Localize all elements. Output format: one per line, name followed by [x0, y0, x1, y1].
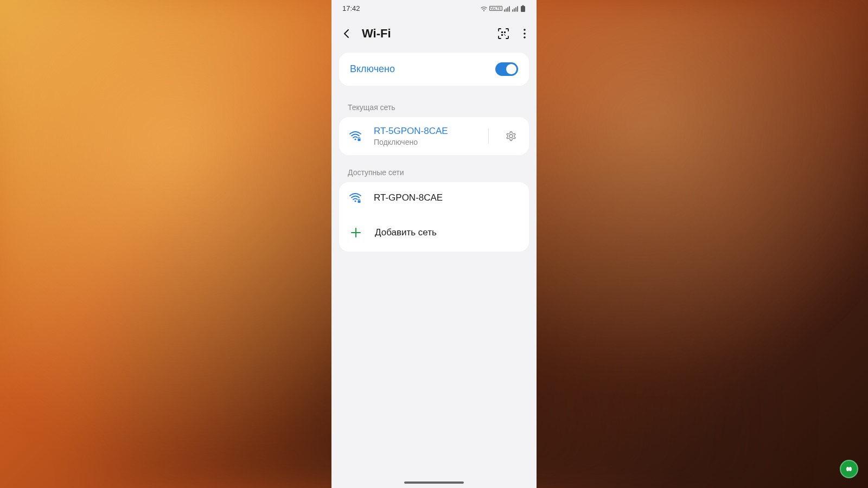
svg-rect-3 — [501, 31, 503, 33]
page-title: Wi-Fi — [362, 27, 489, 41]
wifi-toggle-label: Включено — [350, 63, 395, 75]
back-button[interactable] — [340, 27, 353, 40]
signal-icon — [504, 5, 510, 12]
battery-icon — [520, 5, 526, 12]
more-vertical-icon — [524, 29, 526, 38]
wifi-toggle-switch[interactable] — [495, 62, 518, 76]
available-network-row[interactable]: RT-GPON-8CAE — [339, 182, 529, 214]
current-network-info: RT-5GPON-8CAE Подключено — [374, 126, 477, 146]
current-network-row[interactable]: RT-5GPON-8CAE Подключено — [339, 117, 529, 155]
available-networks-section-label: Доступные сети — [331, 155, 537, 182]
qr-scan-button[interactable] — [497, 28, 509, 40]
svg-point-9 — [524, 33, 526, 35]
svg-rect-2 — [522, 5, 524, 6]
page-header: Wi-Fi — [331, 15, 537, 53]
svg-point-10 — [524, 36, 526, 38]
svg-point-8 — [524, 29, 526, 31]
available-network-info: RT-GPON-8CAE — [374, 192, 519, 203]
nav-indicator[interactable] — [404, 481, 464, 484]
add-network-label: Добавить сеть — [375, 227, 437, 238]
current-network-status: Подключено — [374, 138, 477, 146]
gear-icon — [505, 130, 517, 142]
signal-icon-2 — [512, 5, 519, 12]
svg-rect-5 — [501, 34, 503, 36]
svg-rect-1 — [521, 6, 525, 12]
svg-rect-4 — [504, 31, 506, 33]
plus-icon — [349, 226, 363, 240]
svg-rect-13 — [358, 139, 361, 141]
more-menu-button[interactable] — [524, 29, 526, 38]
available-networks-card: RT-GPON-8CAE Добавить сеть — [339, 182, 529, 252]
svg-point-0 — [483, 10, 484, 11]
svg-rect-7 — [505, 35, 506, 36]
status-bar: 17:42 VoLTE — [331, 0, 537, 15]
current-network-name: RT-5GPON-8CAE — [374, 126, 477, 137]
current-network-card: RT-5GPON-8CAE Подключено — [339, 117, 529, 155]
header-actions — [497, 28, 526, 40]
phone-screen: 17:42 VoLTE Wi-Fi Включено — [331, 0, 537, 488]
svg-rect-6 — [504, 34, 505, 35]
network-settings-button[interactable] — [503, 128, 519, 144]
svg-point-11 — [354, 138, 356, 140]
chevron-left-icon — [341, 28, 352, 39]
status-icons: VoLTE — [480, 5, 526, 12]
wifi-secure-icon — [349, 129, 363, 143]
wifi-status-icon — [480, 5, 488, 12]
wifi-toggle-row[interactable]: Включено — [339, 53, 529, 86]
available-network-name: RT-GPON-8CAE — [374, 192, 519, 203]
current-network-section-label: Текущая сеть — [331, 90, 537, 117]
wifi-secure-icon — [349, 191, 363, 205]
divider — [488, 129, 489, 144]
corner-badge[interactable] — [840, 460, 858, 478]
svg-point-15 — [354, 200, 356, 202]
infinity-icon — [844, 466, 854, 472]
svg-point-14 — [509, 134, 513, 138]
status-time: 17:42 — [342, 4, 360, 12]
svg-rect-17 — [358, 201, 361, 203]
volte-icon: VoLTE — [489, 6, 503, 11]
qr-scan-icon — [497, 28, 509, 40]
add-network-row[interactable]: Добавить сеть — [339, 214, 529, 252]
